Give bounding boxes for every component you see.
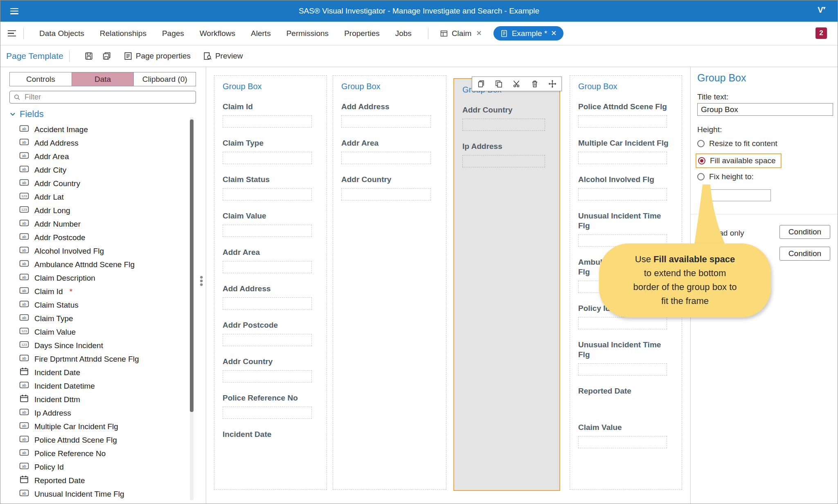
canvas-field-input[interactable]	[578, 317, 667, 329]
field-item-claim-status[interactable]: abClaim Status	[0, 298, 189, 312]
title-text-input[interactable]	[697, 103, 833, 116]
nav-item-pages[interactable]: Pages	[162, 29, 184, 38]
group-box-1[interactable]: Group BoxClaim IdClaim TypeClaim StatusC…	[214, 75, 327, 490]
sidebar-tab-clipboard-0[interactable]: Clipboard (0)	[134, 72, 196, 86]
panel-resize-handle[interactable]: •••	[200, 275, 203, 286]
fields-section-header[interactable]: Fields	[9, 109, 44, 119]
nav-item-properties[interactable]: Properties	[344, 29, 380, 38]
field-item-ip-address[interactable]: abIp Address	[0, 406, 189, 420]
sidebar-tab-data[interactable]: Data	[72, 72, 134, 86]
text-field-icon: ab	[19, 421, 29, 432]
save-as-button[interactable]	[102, 52, 111, 61]
radio-button[interactable]	[697, 173, 705, 180]
canvas-field-input[interactable]	[578, 363, 667, 376]
canvas-field-input[interactable]	[223, 370, 312, 382]
field-item-claim-description[interactable]: abClaim Description	[0, 271, 189, 285]
nav-item-permissions[interactable]: Permissions	[286, 29, 329, 38]
condition-button-1[interactable]: Condition	[779, 225, 830, 239]
canvas-field-input[interactable]	[223, 334, 312, 346]
canvas-field-input[interactable]	[223, 261, 312, 273]
radio-button[interactable]	[698, 157, 705, 164]
field-item-incident-dttm[interactable]: Incident Dttm	[0, 393, 189, 406]
canvas-field-input[interactable]	[341, 115, 431, 128]
field-item-addr-country[interactable]: abAddr Country	[0, 177, 189, 190]
canvas-field-input[interactable]	[223, 115, 312, 128]
height-option-fill-available-space[interactable]: Fill available space	[696, 153, 782, 168]
field-item-multiple-car-incident-flg[interactable]: abMultiple Car Incident Flg	[0, 420, 189, 433]
text-field-icon: ab	[19, 448, 29, 459]
canvas-field-input[interactable]	[462, 119, 545, 131]
move-icon[interactable]	[548, 80, 556, 88]
field-item-addr-area[interactable]: abAddr Area	[0, 150, 189, 163]
field-item-claim-id[interactable]: abClaim Id*	[0, 285, 189, 298]
field-item-addr-long[interactable]: 123Addr Long	[0, 204, 189, 217]
tab-claim[interactable]: Claim ✕	[440, 29, 482, 38]
field-item-incident-datetime[interactable]: abIncident Datetime	[0, 379, 189, 393]
field-item-addr-number[interactable]: abAddr Number	[0, 217, 189, 231]
field-item-addr-postcode[interactable]: abAddr Postcode	[0, 231, 189, 244]
canvas-field-input[interactable]	[223, 188, 312, 200]
field-item-label: Policy Id	[34, 463, 64, 472]
field-item-add-address[interactable]: abAdd Address	[0, 136, 189, 150]
field-item-police-attndd-scene-flg[interactable]: abPolice Attndd Scene Flg	[0, 433, 189, 447]
close-icon[interactable]: ✕	[551, 29, 556, 38]
canvas-field-input[interactable]	[578, 436, 667, 448]
paste-icon[interactable]	[477, 80, 485, 88]
canvas-field-input[interactable]	[223, 152, 312, 164]
radio-button[interactable]	[697, 140, 705, 147]
nav-item-workflows[interactable]: Workflows	[200, 29, 235, 38]
field-item-addr-lat[interactable]: 123Addr Lat	[0, 190, 189, 204]
field-item-incident-date[interactable]: Incident Date	[0, 366, 189, 379]
read-only-checkbox[interactable]	[697, 230, 705, 237]
field-item-police-reference-no[interactable]: abPolice Reference No	[0, 447, 189, 460]
nav-item-relationships[interactable]: Relationships	[100, 29, 146, 38]
number-field-icon: 123	[19, 192, 29, 202]
field-item-claim-value[interactable]: 123Claim Value	[0, 325, 189, 339]
close-icon[interactable]: ✕	[476, 29, 482, 38]
field-item-alcohol-involved-flg[interactable]: abAlcohol Involved Flg	[0, 244, 189, 258]
field-item-accident-image[interactable]: abAccident Image	[0, 123, 189, 136]
group-box-2[interactable]: Group BoxAdd AddressAddr AreaAddr Countr…	[333, 75, 446, 490]
fix-height-input[interactable]	[708, 189, 771, 201]
user-avatar[interactable]: V▾	[818, 5, 825, 15]
callout-line3: border of the group box to	[605, 280, 765, 294]
canvas-field-label-addr-country: Addr Country	[341, 175, 438, 184]
sidebar-tab-controls[interactable]: Controls	[10, 72, 72, 86]
canvas-field-input[interactable]	[578, 152, 667, 164]
field-item-days-since-incident[interactable]: 123Days Since Incident	[0, 339, 189, 352]
list-menu-icon[interactable]	[8, 29, 18, 38]
height-option-resize-to-fit-content[interactable]: Resize to fit content	[697, 139, 777, 148]
group-box-3-selected[interactable]: Group BoxAddr CountryIp Address	[453, 78, 560, 491]
save-button[interactable]	[84, 52, 93, 61]
canvas-field-input[interactable]	[223, 225, 312, 237]
field-item-policy-id[interactable]: abPolicy Id	[0, 460, 189, 474]
cut-icon[interactable]	[513, 80, 521, 88]
canvas-field-input[interactable]	[223, 297, 312, 310]
canvas-field-input[interactable]	[223, 407, 312, 419]
delete-icon[interactable]	[531, 80, 539, 88]
nav-item-jobs[interactable]: Jobs	[395, 29, 412, 38]
scrollbar-thumb[interactable]	[190, 119, 194, 412]
condition-button-2[interactable]: Condition	[779, 247, 830, 261]
field-item-reported-date[interactable]: Reported Date	[0, 474, 189, 487]
copy-icon[interactable]	[495, 80, 503, 88]
canvas-field-input[interactable]	[341, 188, 431, 200]
field-item-fire-dprtmnt-attndd-scene-flg[interactable]: abFire Dprtmnt Attndd Scene Flg	[0, 352, 189, 366]
page-properties-button[interactable]: Page properties	[124, 52, 191, 61]
field-item-unusual-incident-time-flg[interactable]: abUnusual Incident Time Flg	[0, 487, 189, 501]
height-option-fix-height-to[interactable]: Fix height to:	[697, 172, 754, 181]
canvas-field-input[interactable]	[462, 155, 545, 167]
tab-example[interactable]: Example * ✕	[493, 26, 563, 40]
preview-button[interactable]: Preview	[203, 52, 243, 61]
filter-input[interactable]	[24, 92, 183, 102]
nav-item-data-objects[interactable]: Data Objects	[39, 29, 84, 38]
field-item-claim-type[interactable]: abClaim Type	[0, 312, 189, 325]
canvas-field-input[interactable]	[578, 188, 667, 200]
canvas-field-label-unusual-incident-time-flg: Unusual Incident Time Flg	[578, 211, 674, 231]
nav-item-alerts[interactable]: Alerts	[251, 29, 271, 38]
field-item-ambulance-attndd-scene-flg[interactable]: abAmbulance Attndd Scene Flg	[0, 258, 189, 271]
notification-badge[interactable]: 2	[815, 27, 827, 39]
canvas-field-input[interactable]	[341, 152, 431, 164]
canvas-field-input[interactable]	[578, 115, 667, 128]
field-item-addr-city[interactable]: abAddr City	[0, 163, 189, 177]
